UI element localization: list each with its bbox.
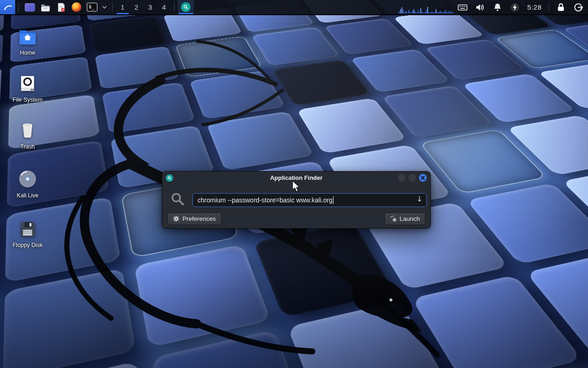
notifications-bell-icon[interactable] xyxy=(492,2,503,12)
panel-separator xyxy=(112,3,113,12)
workspace-1-label: 1 xyxy=(121,3,124,11)
lock-screen-icon[interactable] xyxy=(556,2,566,12)
launch-icon xyxy=(390,215,397,222)
hard-drive-icon xyxy=(18,74,37,93)
search-icon xyxy=(170,192,185,207)
applications-menu-button[interactable] xyxy=(0,0,15,14)
firefox-icon xyxy=(72,2,81,12)
firefox-launcher[interactable] xyxy=(69,0,84,14)
desktop-icon-label: Kali Live xyxy=(17,192,38,199)
application-finder-task-icon xyxy=(181,2,191,12)
panel-left-group: $_ 1 2 3 4 xyxy=(0,0,194,14)
chevron-down-icon xyxy=(102,4,107,10)
cube xyxy=(0,67,2,115)
show-desktop-icon xyxy=(25,3,35,12)
optical-disc-icon xyxy=(18,169,37,189)
desktop-icon-trash[interactable]: Trash xyxy=(4,121,51,150)
maximize-button[interactable] xyxy=(408,174,416,182)
clock[interactable]: 5:28 xyxy=(527,3,542,11)
text-editor-launcher[interactable] xyxy=(53,0,69,14)
cube xyxy=(134,244,271,348)
trash-can-icon xyxy=(18,121,37,140)
launch-label: Launch xyxy=(400,215,420,222)
desktop-icon-label: Floppy Disk xyxy=(12,242,42,248)
close-button[interactable] xyxy=(419,174,427,182)
folder-icon xyxy=(40,2,51,12)
cube xyxy=(272,59,370,105)
floppy-disk-icon xyxy=(18,219,37,238)
gear-icon xyxy=(173,215,180,222)
cube xyxy=(175,36,262,77)
cube xyxy=(189,70,286,119)
workspace-3-label: 3 xyxy=(148,3,152,11)
top-panel: $_ 1 2 3 4 xyxy=(0,0,588,15)
desktop: $_ 1 2 3 4 xyxy=(0,0,588,368)
desktop-icon-label: File System xyxy=(12,97,42,103)
log-out-icon[interactable] xyxy=(573,2,583,12)
cube xyxy=(251,27,340,66)
terminal-icon: $_ xyxy=(87,3,97,12)
workspace-2-label: 2 xyxy=(135,3,138,11)
cube xyxy=(95,46,180,89)
text-caret xyxy=(333,196,334,204)
cpu-graph[interactable] xyxy=(398,0,454,14)
close-icon xyxy=(421,176,425,180)
keyboard-icon[interactable] xyxy=(458,2,468,12)
cube xyxy=(89,16,166,52)
application-finder-window: Application Finder chromium --password-s… xyxy=(162,171,431,229)
workspace-3[interactable]: 3 xyxy=(143,0,157,14)
panel-right-group: 5:28 xyxy=(398,0,588,14)
cube xyxy=(0,34,3,74)
launch-button[interactable]: Launch xyxy=(384,213,425,225)
dialog-button-row: Preferences xyxy=(167,213,425,225)
terminal-launcher[interactable]: $_ xyxy=(84,0,100,14)
desktop-icon-floppy-disk[interactable]: Floppy Disk xyxy=(4,219,51,248)
power-manager-icon[interactable] xyxy=(510,2,520,12)
taskbar-application-finder[interactable] xyxy=(178,0,194,14)
preferences-button[interactable]: Preferences xyxy=(167,213,221,225)
desktop-icon-label: Trash xyxy=(20,144,35,150)
workspace-4[interactable]: 4 xyxy=(157,0,171,14)
preferences-label: Preferences xyxy=(182,215,216,222)
desktop-icon-kali-live[interactable]: Kali Live xyxy=(4,169,51,199)
workspace-1[interactable]: 1 xyxy=(116,0,130,14)
minimize-button[interactable] xyxy=(398,174,406,182)
panel-separator xyxy=(18,3,19,12)
cube xyxy=(3,268,136,368)
home-folder-icon xyxy=(18,27,37,46)
workspace-2[interactable]: 2 xyxy=(130,0,143,14)
command-input-value: chromium --password-store=basic www.kali… xyxy=(198,196,333,204)
panel-separator xyxy=(548,3,549,12)
workspace-4-label: 4 xyxy=(162,3,166,11)
file-manager-launcher[interactable] xyxy=(38,0,53,14)
dropdown-arrow-icon[interactable]: ↓ xyxy=(417,195,423,203)
cube xyxy=(206,111,314,171)
desktop-icon-label: Home xyxy=(20,50,35,56)
cube xyxy=(102,82,196,134)
terminal-dropdown[interactable] xyxy=(100,0,109,14)
show-desktop-button[interactable] xyxy=(22,0,38,14)
mouse-cursor xyxy=(291,180,301,192)
command-input[interactable]: chromium --password-store=basic www.kali… xyxy=(192,193,427,207)
panel-separator xyxy=(174,3,175,12)
kali-logo-icon xyxy=(3,2,12,12)
text-editor-icon xyxy=(56,2,66,12)
volume-icon[interactable] xyxy=(475,2,485,12)
desktop-icon-file-system[interactable]: File System xyxy=(4,74,51,103)
desktop-icon-home[interactable]: Home xyxy=(4,27,51,56)
